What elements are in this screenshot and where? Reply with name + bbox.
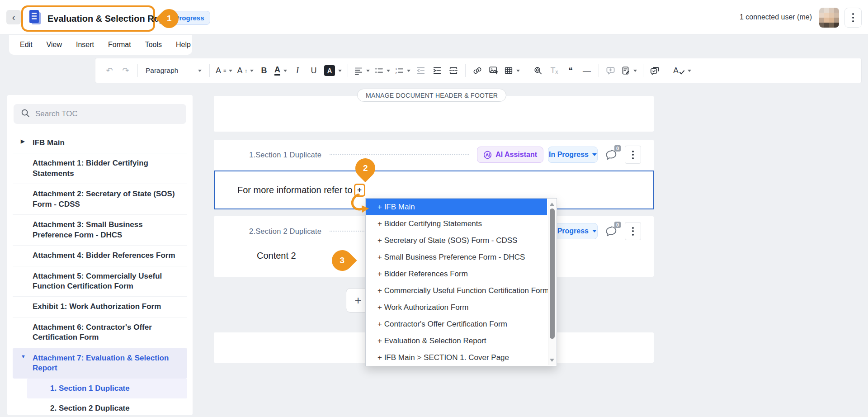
font-size-icon[interactable]: A↕ bbox=[235, 62, 255, 79]
toc-item[interactable]: 2. Section 2 Duplicate bbox=[13, 398, 187, 417]
insert-image-icon[interactable] bbox=[486, 62, 501, 79]
add-comment-icon[interactable] bbox=[603, 62, 618, 79]
section-2-comments-button[interactable]: 0 bbox=[602, 223, 620, 240]
toc-item[interactable]: Attachment 6: Contractor's Offer Certifi… bbox=[13, 317, 187, 348]
reference-option[interactable]: + Small Business Preference Form - DHCS bbox=[366, 249, 547, 265]
underline-icon[interactable]: U bbox=[306, 62, 321, 79]
comments-archive-icon[interactable] bbox=[647, 62, 663, 79]
bold-icon[interactable]: B bbox=[256, 62, 272, 79]
insert-table-icon[interactable] bbox=[502, 62, 522, 79]
toc-item[interactable]: Attachment 5: Commercially Useful Functi… bbox=[13, 266, 187, 297]
scrollbar-thumb[interactable] bbox=[550, 208, 555, 339]
comment-count-badge: 0 bbox=[614, 222, 621, 228]
dropdown-scrollbar[interactable] bbox=[548, 199, 556, 365]
font-color-icon[interactable]: A bbox=[273, 62, 289, 79]
document-icon bbox=[29, 9, 42, 28]
toc-caret-icon: ▼ bbox=[21, 353, 26, 360]
kebab-dot bbox=[632, 157, 634, 159]
reference-option[interactable]: + Work Authorization Form bbox=[366, 299, 547, 316]
toc-caret-icon: ▶ bbox=[21, 138, 24, 145]
toc-item[interactable]: Attachment 4: Bidder References Form bbox=[13, 245, 187, 265]
chevron-down-icon bbox=[283, 70, 287, 72]
chevron-down-icon bbox=[338, 70, 342, 72]
reference-option[interactable]: + Secretary of State (SOS) Form - CDSS bbox=[366, 232, 547, 249]
section-2-kebab-menu[interactable] bbox=[625, 222, 641, 240]
reference-option[interactable]: + Bidder References Form bbox=[366, 265, 547, 282]
reference-option[interactable]: + IFB Main bbox=[366, 199, 547, 215]
toc-item-label: Attachment 4: Bidder References Form bbox=[33, 251, 175, 260]
link-icon[interactable] bbox=[470, 62, 485, 79]
header-kebab-menu[interactable] bbox=[844, 8, 862, 28]
toc-item-label: Attachment 3: Small Business Preference … bbox=[33, 220, 143, 239]
undo-icon[interactable]: ↶ bbox=[102, 62, 117, 79]
toolbar-separator bbox=[465, 64, 466, 77]
toc-item[interactable]: Attachment 3: Small Business Preference … bbox=[13, 214, 187, 245]
reference-option[interactable]: + Contractor's Offer Certification Form bbox=[366, 316, 547, 332]
toc-item[interactable]: 1. Section 1 Duplicate bbox=[27, 379, 187, 398]
toc-item[interactable]: Attachment 2: Secretary of State (SOS) F… bbox=[13, 184, 187, 214]
scroll-down-icon[interactable] bbox=[550, 359, 554, 362]
find-replace-icon[interactable] bbox=[530, 62, 546, 79]
editor-toolbar: ↶ ↷ Paragraph A≡ A↕ B A I U A 12 Tₓ ❝ — … bbox=[95, 58, 862, 83]
track-changes-icon[interactable] bbox=[619, 62, 639, 79]
menu-item[interactable]: View bbox=[47, 41, 62, 49]
toc-item-label: 1. Section 1 Duplicate bbox=[50, 384, 130, 393]
chevron-down-icon bbox=[688, 70, 691, 72]
section-1-controls: AI Assistant In Progress 0 bbox=[477, 146, 641, 164]
paragraph-style-dropdown[interactable]: Paragraph bbox=[142, 62, 205, 79]
section-2-controls: In Progress 0 bbox=[548, 222, 641, 240]
menu-item[interactable]: Help bbox=[176, 41, 191, 49]
page-break-icon[interactable] bbox=[446, 62, 461, 79]
bulleted-list-icon[interactable] bbox=[373, 62, 392, 79]
menubar: EditViewInsertFormatToolsHelp bbox=[9, 35, 192, 55]
toc-item[interactable]: ▼ Attachment 7: Evaluation & Selection R… bbox=[13, 348, 187, 379]
toc-item[interactable]: Attachment 1: Bidder Certifying Statemen… bbox=[13, 153, 187, 184]
toolbar-separator bbox=[137, 64, 138, 77]
reference-option[interactable]: + Commercially Useful Function Certifica… bbox=[366, 282, 547, 299]
toc-item-label: Attachment 2: Secretary of State (SOS) F… bbox=[33, 190, 175, 208]
background-color-icon[interactable]: A bbox=[322, 62, 344, 79]
section-2-content-text[interactable]: Content 2 bbox=[257, 251, 296, 261]
toolbar-separator bbox=[667, 64, 667, 77]
font-family-icon[interactable]: A≡ bbox=[214, 62, 234, 79]
annotation-curved-arrow bbox=[349, 194, 372, 213]
horizontal-line-icon[interactable]: — bbox=[579, 62, 594, 79]
toolbar-separator bbox=[643, 64, 643, 77]
section-1-status-dropdown[interactable]: In Progress bbox=[548, 147, 598, 163]
chevron-down-icon bbox=[387, 70, 390, 72]
menu-item[interactable]: Format bbox=[108, 41, 131, 49]
reference-option[interactable]: + IFB Main > SECTION 1. Cover Page bbox=[366, 349, 547, 366]
toc-item[interactable]: Exhibit 1: Work Authorization Form bbox=[13, 296, 187, 317]
toc-search-input[interactable] bbox=[35, 109, 179, 118]
toc-item[interactable]: ▶ IFB Main bbox=[13, 133, 187, 153]
document-title-callout: Evaluation & Selection Report bbox=[21, 5, 155, 32]
section-1-kebab-menu[interactable] bbox=[625, 146, 641, 164]
menu-item[interactable]: Insert bbox=[76, 41, 94, 49]
avatar bbox=[819, 8, 839, 28]
italic-icon[interactable]: I bbox=[290, 62, 305, 79]
reference-option[interactable]: + Evaluation & Selection Report bbox=[366, 332, 547, 349]
reference-option-label: + Evaluation & Selection Report bbox=[377, 336, 486, 346]
outdent-icon[interactable] bbox=[413, 62, 429, 79]
insert-reference-dropdown: + IFB Main + Bidder Certifying Statement… bbox=[365, 198, 557, 366]
block-quote-icon[interactable]: ❝ bbox=[563, 62, 578, 79]
toolbar-separator bbox=[599, 64, 599, 77]
redo-icon[interactable]: ↷ bbox=[118, 62, 133, 79]
menu-item[interactable]: Tools bbox=[145, 41, 162, 49]
scroll-up-icon[interactable] bbox=[550, 203, 554, 206]
spellcheck-icon[interactable]: A bbox=[671, 62, 693, 79]
chevron-down-icon bbox=[229, 70, 232, 72]
reference-option[interactable]: + Bidder Certifying Statements bbox=[366, 215, 547, 232]
back-button[interactable]: ‹ bbox=[6, 10, 21, 24]
section-1-content-text: For more information refer to bbox=[237, 185, 353, 195]
ai-assistant-button[interactable]: AI Assistant bbox=[477, 147, 543, 163]
chevron-down-icon bbox=[198, 70, 202, 72]
menu-item[interactable]: Edit bbox=[20, 41, 33, 49]
indent-icon[interactable] bbox=[429, 62, 445, 79]
manage-header-footer-button[interactable]: MANAGE DOCUMENT HEADER & FOOTER bbox=[357, 89, 506, 102]
section-1-header-row: 1.Section 1 Duplicate AI Assistant In Pr… bbox=[214, 140, 654, 163]
remove-format-icon[interactable]: Tₓ bbox=[547, 62, 562, 79]
section-1-comments-button[interactable]: 0 bbox=[602, 146, 620, 163]
numbered-list-icon[interactable]: 12 bbox=[393, 62, 412, 79]
text-align-icon[interactable] bbox=[352, 62, 372, 79]
